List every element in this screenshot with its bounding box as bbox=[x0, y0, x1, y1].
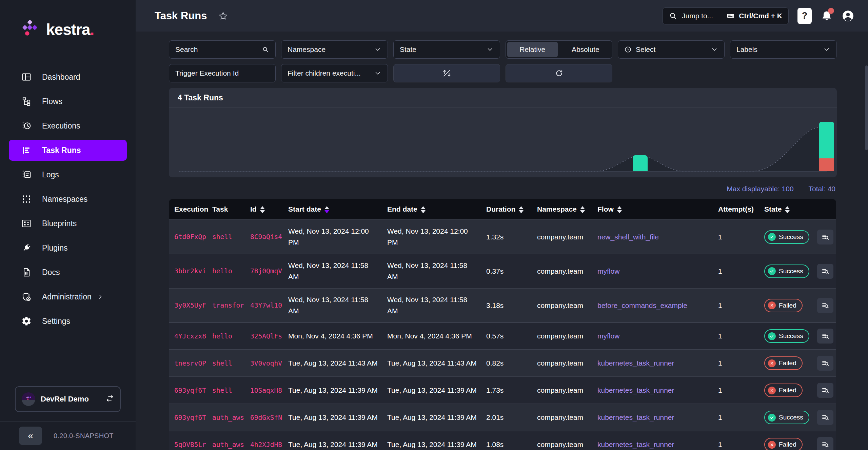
execution-cell[interactable]: 3bbr2kvi bbox=[169, 254, 207, 288]
start-date-cell: Tue, Aug 13, 2024 11:39 AM bbox=[283, 376, 382, 404]
refresh-icon bbox=[555, 69, 564, 78]
id-cell[interactable]: 69dGxSfN bbox=[245, 404, 283, 431]
column-header-flow[interactable]: Flow bbox=[592, 199, 713, 219]
view-logs-button[interactable] bbox=[817, 230, 833, 244]
absolute-toggle[interactable]: Absolute bbox=[560, 42, 611, 57]
state-badge: Success bbox=[764, 411, 809, 424]
sidebar-item-dashboard[interactable]: Dashboard bbox=[9, 66, 127, 87]
time-range-select[interactable]: Select bbox=[618, 40, 725, 59]
toggle-chart-button[interactable] bbox=[393, 64, 500, 82]
dashboard-icon bbox=[21, 72, 32, 82]
table-row: 4YJcxzx8 hello 325AQlFs Mon, Nov 4, 2024… bbox=[169, 322, 836, 349]
id-cell[interactable]: 3V0voqhV bbox=[245, 349, 283, 376]
taskruns-chart[interactable] bbox=[169, 108, 837, 177]
column-header-id[interactable]: Id bbox=[245, 199, 283, 219]
id-cell[interactable]: 4h2XJdHB bbox=[245, 431, 283, 450]
duration-cell: 0.82s bbox=[481, 349, 532, 376]
tenant-selector[interactable]: DevRel Demo bbox=[15, 386, 121, 412]
favorite-star-icon[interactable] bbox=[218, 11, 228, 21]
flow-link[interactable]: kubernetes_task_runner bbox=[597, 413, 674, 421]
column-header-namespace[interactable]: Namespace bbox=[532, 199, 592, 219]
sort-icon[interactable] bbox=[617, 206, 622, 213]
sidebar-item-plugins[interactable]: Plugins bbox=[9, 237, 127, 258]
execution-cell[interactable]: 5qOVB5Lr bbox=[169, 431, 207, 450]
column-header-duration[interactable]: Duration bbox=[481, 199, 532, 219]
filter-children-select[interactable]: Filter children executi... bbox=[281, 64, 388, 82]
execution-cell[interactable]: tnesrvQP bbox=[169, 349, 207, 376]
execution-cell[interactable]: 693yqf6T bbox=[169, 376, 207, 404]
column-header-end-date[interactable]: End date bbox=[382, 199, 481, 219]
sidebar-item-settings[interactable]: Settings bbox=[9, 311, 127, 332]
duration-cell: 1.73s bbox=[481, 376, 532, 404]
namespace-cell: company.team bbox=[532, 288, 592, 322]
sidebar-item-flows[interactable]: Flows bbox=[9, 91, 127, 112]
id-cell[interactable]: 325AQlFs bbox=[245, 322, 283, 349]
namespace-filter[interactable]: Namespace bbox=[281, 40, 388, 59]
sort-icon[interactable] bbox=[519, 206, 524, 213]
id-cell[interactable]: 1QSaqxH8 bbox=[245, 376, 283, 404]
execution-cell[interactable]: 6td0FxQp bbox=[169, 219, 207, 254]
view-logs-button[interactable] bbox=[817, 264, 833, 279]
view-logs-button[interactable] bbox=[817, 410, 833, 425]
sort-icon[interactable] bbox=[324, 206, 329, 213]
relative-toggle[interactable]: Relative bbox=[507, 42, 558, 57]
notifications-button[interactable] bbox=[821, 10, 833, 22]
search-input[interactable]: Search bbox=[169, 40, 276, 59]
flow-link[interactable]: myflow bbox=[597, 267, 619, 275]
state-badge: Success bbox=[764, 329, 809, 343]
flow-link[interactable]: new_shell_with_file bbox=[597, 233, 659, 241]
column-header-start-date[interactable]: Start date bbox=[283, 199, 382, 219]
sidebar-item-logs[interactable]: Logs bbox=[9, 164, 127, 185]
trigger-execution-id-input[interactable]: Trigger Execution Id bbox=[169, 64, 276, 82]
flow-link[interactable]: myflow bbox=[597, 332, 619, 340]
sort-icon[interactable] bbox=[421, 206, 426, 213]
id-cell[interactable]: 7Bj0QmqV bbox=[245, 254, 283, 288]
flow-link[interactable]: kubernetes_task_runner bbox=[597, 386, 674, 394]
state-filter[interactable]: State bbox=[393, 40, 500, 59]
view-logs-button[interactable] bbox=[817, 383, 833, 398]
column-header-state[interactable]: State bbox=[759, 199, 816, 219]
help-button[interactable]: ? bbox=[797, 8, 812, 24]
sidebar-item-task-runs[interactable]: Task Runs bbox=[9, 140, 127, 161]
user-avatar[interactable] bbox=[842, 9, 854, 22]
switch-tenant-icon[interactable] bbox=[106, 394, 114, 404]
refresh-button[interactable] bbox=[506, 64, 612, 82]
scrollbar-thumb[interactable] bbox=[865, 65, 868, 150]
collapse-sidebar-button[interactable]: « bbox=[19, 427, 42, 445]
sort-icon[interactable] bbox=[260, 206, 265, 213]
id-cell[interactable]: 43Y7wl10 bbox=[245, 288, 283, 322]
chart-bar[interactable] bbox=[633, 155, 648, 171]
brand[interactable]: kestra. bbox=[0, 0, 136, 44]
jump-to-search[interactable]: Jump to... Ctrl/Cmd + K bbox=[663, 7, 789, 24]
sidebar-item-executions[interactable]: Executions bbox=[9, 115, 127, 136]
view-logs-button[interactable] bbox=[817, 329, 833, 344]
flow-link[interactable]: kubernetes_task_runner bbox=[597, 359, 674, 367]
swap-off-icon bbox=[442, 69, 451, 78]
state-label: Success bbox=[779, 233, 803, 241]
state-label: Failed bbox=[779, 359, 796, 367]
execution-cell[interactable]: 3y0X5UyF bbox=[169, 288, 207, 322]
view-logs-button[interactable] bbox=[817, 298, 833, 313]
column-header-execution: Execution bbox=[169, 199, 207, 219]
flow-link[interactable]: before_commands_example bbox=[597, 301, 687, 309]
sidebar-item-docs[interactable]: Docs bbox=[9, 262, 127, 283]
sort-icon[interactable] bbox=[785, 206, 790, 213]
sidebar-item-administration[interactable]: Administration bbox=[9, 286, 127, 307]
content: Search Namespace State Relative Absolute bbox=[136, 32, 868, 450]
flow-link[interactable]: kubernetes_task_runner bbox=[597, 441, 674, 448]
view-logs-button[interactable] bbox=[817, 356, 833, 371]
id-cell[interactable]: 8C9aQis4 bbox=[245, 219, 283, 254]
view-logs-button[interactable] bbox=[817, 437, 833, 450]
execution-cell[interactable]: 693yqf6T bbox=[169, 404, 207, 431]
logs-search-icon bbox=[821, 359, 829, 367]
kestra-logo-icon bbox=[20, 18, 41, 41]
sort-icon[interactable] bbox=[580, 206, 585, 213]
state-label: Success bbox=[779, 268, 803, 275]
chart-bar[interactable] bbox=[819, 122, 834, 171]
column-label: Flow bbox=[597, 205, 614, 213]
execution-cell[interactable]: 4YJcxzx8 bbox=[169, 322, 207, 349]
sidebar-item-blueprints[interactable]: Blueprints bbox=[9, 213, 127, 234]
table-meta: Max displayable: 100 Total: 40 bbox=[169, 177, 837, 199]
labels-filter[interactable]: Labels bbox=[730, 40, 837, 59]
sidebar-item-namespaces[interactable]: Namespaces bbox=[9, 189, 127, 210]
